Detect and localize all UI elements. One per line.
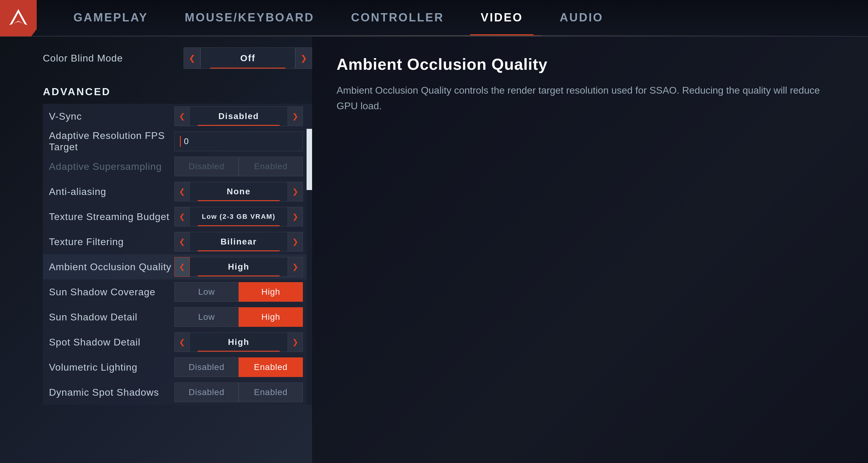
scrollbar-thumb[interactable] — [307, 129, 312, 190]
ambient-occlusion-row: Ambient Occlusion Quality ❮ High ❯ — [43, 254, 312, 279]
sun-shadow-detail-low-btn[interactable]: Low — [175, 307, 239, 327]
color-blind-next-btn[interactable]: ❯ — [295, 48, 312, 69]
spot-shadow-detail-row: Spot Shadow Detail ❮ High ❯ — [43, 330, 312, 355]
apex-logo-icon — [8, 7, 29, 29]
sun-shadow-coverage-label: Sun Shadow Coverage — [49, 286, 175, 298]
texture-streaming-control: ❮ Low (2-3 GB VRAM) ❯ — [175, 207, 303, 226]
settings-list: V-Sync ❮ Disabled ❯ Adaptive Resolution … — [43, 104, 312, 405]
color-blind-value: Off — [200, 48, 295, 69]
volumetric-lighting-label: Volumetric Lighting — [49, 362, 175, 373]
sun-shadow-coverage-control: Low High — [175, 282, 303, 302]
volumetric-lighting-control: Disabled Enabled — [175, 358, 303, 377]
dynamic-spot-shadows-label: Dynamic Spot Shadows — [49, 387, 175, 398]
tab-video[interactable]: VIDEO — [462, 0, 541, 36]
volumetric-lighting-enabled-btn[interactable]: Enabled — [239, 358, 303, 377]
spot-shadow-detail-control: ❮ High ❯ — [175, 332, 303, 352]
anti-aliasing-row: Anti-aliasing ❮ None ❯ — [43, 179, 312, 204]
spot-shadow-detail-value: High — [190, 332, 288, 352]
color-blind-control: ❮ Off ❯ — [184, 48, 312, 69]
info-panel-title: Ambient Occlusion Quality — [337, 55, 843, 73]
vsync-control: ❮ Disabled ❯ — [175, 106, 303, 126]
texture-streaming-prev-btn[interactable]: ❮ — [175, 207, 190, 226]
texture-streaming-row: Texture Streaming Budget ❮ Low (2-3 GB V… — [43, 204, 312, 229]
tab-audio[interactable]: AUDIO — [541, 0, 621, 36]
spot-shadow-detail-label: Spot Shadow Detail — [49, 337, 175, 348]
tab-gameplay[interactable]: GAMEPLAY — [55, 0, 166, 36]
dynamic-spot-shadows-enabled-btn[interactable]: Enabled — [239, 382, 303, 402]
color-blind-prev-btn[interactable]: ❮ — [184, 48, 200, 69]
dynamic-spot-shadows-control: Disabled Enabled — [175, 382, 303, 402]
advanced-section-header: ADVANCED — [43, 80, 312, 104]
color-blind-mode-row: Color Blind Mode ❮ Off ❯ — [43, 46, 312, 70]
volumetric-lighting-disabled-btn[interactable]: Disabled — [175, 358, 239, 377]
info-panel-description: Ambient Occlusion Quality controls the r… — [337, 83, 843, 114]
color-blind-mode-label: Color Blind Mode — [43, 53, 184, 64]
sun-shadow-detail-control: Low High — [175, 307, 303, 327]
vsync-next-btn[interactable]: ❯ — [288, 106, 303, 126]
main-content: Color Blind Mode ❮ Off ❯ ADVANCED V-Sync… — [0, 37, 868, 463]
vsync-prev-btn[interactable]: ❮ — [175, 106, 190, 126]
texture-streaming-value: Low (2-3 GB VRAM) — [190, 207, 288, 226]
tab-mouse-keyboard[interactable]: MOUSE/KEYBOARD — [166, 0, 333, 36]
adaptive-super-row: Adaptive Supersampling Disabled Enabled — [43, 154, 312, 179]
adaptive-super-control: Disabled Enabled — [175, 157, 303, 176]
anti-aliasing-prev-btn[interactable]: ❮ — [175, 182, 190, 202]
texture-filtering-control: ❮ Bilinear ❯ — [175, 232, 303, 251]
ambient-occlusion-value: High — [190, 257, 288, 277]
anti-aliasing-label: Anti-aliasing — [49, 186, 175, 197]
texture-filtering-label: Texture Filtering — [49, 236, 175, 248]
nav-tabs: GAMEPLAY MOUSE/KEYBOARD CONTROLLER VIDEO… — [55, 0, 622, 36]
texture-streaming-label: Texture Streaming Budget — [49, 211, 175, 222]
adaptive-res-row: Adaptive Resolution FPS Target 0 — [43, 129, 312, 154]
top-navigation: GAMEPLAY MOUSE/KEYBOARD CONTROLLER VIDEO… — [0, 0, 868, 37]
ambient-occlusion-prev-btn[interactable]: ❮ — [175, 257, 190, 277]
tab-controller[interactable]: CONTROLLER — [333, 0, 462, 36]
anti-aliasing-control: ❮ None ❯ — [175, 182, 303, 202]
ambient-occlusion-next-btn[interactable]: ❯ — [288, 257, 303, 277]
scrollbar-track[interactable] — [307, 129, 312, 405]
sun-shadow-detail-row: Sun Shadow Detail Low High — [43, 305, 312, 330]
sun-shadow-coverage-low-btn[interactable]: Low — [175, 282, 239, 302]
adaptive-res-label: Adaptive Resolution FPS Target — [49, 130, 175, 153]
sun-shadow-coverage-high-btn[interactable]: High — [239, 282, 303, 302]
settings-panel: Color Blind Mode ❮ Off ❯ ADVANCED V-Sync… — [0, 37, 312, 463]
sun-shadow-coverage-row: Sun Shadow Coverage Low High — [43, 279, 312, 305]
texture-streaming-next-btn[interactable]: ❯ — [288, 207, 303, 226]
texture-filtering-value: Bilinear — [190, 232, 288, 251]
vsync-row: V-Sync ❮ Disabled ❯ — [43, 104, 312, 129]
ambient-occlusion-control: ❮ High ❯ — [175, 257, 303, 277]
texture-filtering-row: Texture Filtering ❮ Bilinear ❯ — [43, 229, 312, 254]
volumetric-lighting-row: Volumetric Lighting Disabled Enabled — [43, 355, 312, 380]
adaptive-super-enabled-btn[interactable]: Enabled — [239, 157, 303, 176]
anti-aliasing-value: None — [190, 182, 288, 202]
texture-filtering-prev-btn[interactable]: ❮ — [175, 232, 190, 251]
adaptive-res-value: 0 — [181, 136, 189, 146]
spot-shadow-detail-next-btn[interactable]: ❯ — [288, 332, 303, 352]
adaptive-super-label: Adaptive Supersampling — [49, 161, 175, 172]
sun-shadow-detail-high-btn[interactable]: High — [239, 307, 303, 327]
adaptive-super-disabled-btn[interactable]: Disabled — [175, 157, 239, 176]
dynamic-spot-shadows-disabled-btn[interactable]: Disabled — [175, 382, 239, 402]
nav-underline — [0, 35, 868, 36]
apex-logo — [0, 0, 37, 36]
dynamic-spot-shadows-row: Dynamic Spot Shadows Disabled Enabled — [43, 380, 312, 405]
sun-shadow-detail-label: Sun Shadow Detail — [49, 311, 175, 323]
ambient-occlusion-label: Ambient Occlusion Quality — [49, 261, 175, 273]
anti-aliasing-next-btn[interactable]: ❯ — [288, 182, 303, 202]
adaptive-res-input[interactable]: 0 — [175, 131, 303, 151]
spot-shadow-detail-prev-btn[interactable]: ❮ — [175, 332, 190, 352]
texture-filtering-next-btn[interactable]: ❯ — [288, 232, 303, 251]
vsync-value: Disabled — [190, 106, 288, 126]
info-panel: Ambient Occlusion Quality Ambient Occlus… — [312, 37, 868, 463]
vsync-label: V-Sync — [49, 111, 175, 122]
